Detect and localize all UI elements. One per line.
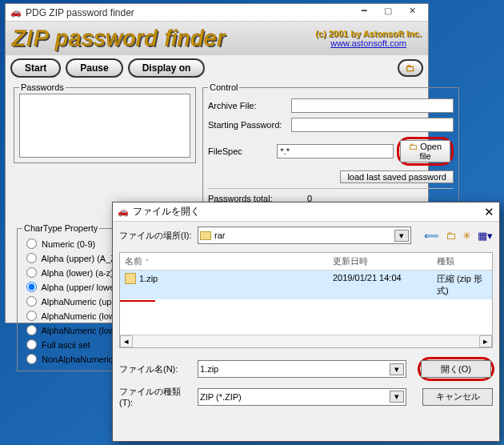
- open-folder-icon: 🗀: [409, 142, 418, 151]
- folder-round-button[interactable]: 🗀: [398, 59, 423, 77]
- col-type[interactable]: 種類: [432, 253, 492, 270]
- control-legend: Control: [208, 82, 239, 92]
- main-toolbar: Start Pause Display on 🗀: [6, 55, 428, 81]
- open-file-button[interactable]: 🗀 Open file: [400, 140, 450, 162]
- lookin-value: rar: [214, 231, 225, 240]
- filename-label: ファイル名(N):: [119, 363, 193, 375]
- website-link[interactable]: www.astonsoft.com: [315, 38, 422, 48]
- item-type: 圧縮 (zip 形式): [432, 271, 492, 299]
- passwords-list[interactable]: [19, 94, 190, 158]
- dialog-close-button[interactable]: ✕: [484, 205, 494, 219]
- lookin-label: ファイルの場所(I):: [119, 230, 193, 242]
- sort-caret-icon: ˄: [146, 259, 149, 266]
- close-button[interactable]: ✕: [401, 6, 423, 20]
- car-icon: 🚗: [118, 206, 129, 217]
- minimize-button[interactable]: ━: [353, 6, 375, 20]
- archive-file-label: Archive File:: [208, 101, 288, 110]
- car-icon: 🚗: [10, 7, 22, 18]
- zip-file-icon: [125, 273, 136, 284]
- file-list[interactable]: 名前˄ 更新日時 種類 1.zip 2019/01/21 14:04 圧縮 (z…: [119, 252, 493, 348]
- copyright-text: (c) 2001 by Astonsoft Inc.: [315, 29, 422, 38]
- highlight-openfile: 🗀 Open file: [397, 137, 454, 166]
- highlight-open: 開く(O): [418, 357, 494, 381]
- start-button[interactable]: Start: [10, 58, 61, 78]
- chartype-radio[interactable]: [26, 253, 37, 263]
- cancel-button[interactable]: キャンセル: [422, 388, 493, 406]
- pause-button[interactable]: Pause: [66, 58, 122, 78]
- chartype-radio[interactable]: [26, 296, 37, 307]
- chevron-down-icon[interactable]: ▾: [390, 363, 404, 375]
- app-logo: ZIP password finder: [12, 26, 226, 51]
- passwords-legend: Passwords: [19, 82, 66, 92]
- lookin-combo[interactable]: rar ▾: [198, 227, 411, 244]
- titlebar[interactable]: 🚗 PDG ZIP password finder ━ ▢ ✕: [6, 4, 428, 22]
- chartype-radio[interactable]: [26, 239, 37, 249]
- chartype-radio[interactable]: [26, 354, 37, 364]
- col-date[interactable]: 更新日時: [328, 253, 432, 270]
- chartype-radio[interactable]: [26, 339, 37, 350]
- open-button[interactable]: 開く(O): [421, 360, 491, 378]
- col-name[interactable]: 名前: [125, 256, 142, 266]
- list-item[interactable]: 1.zip 2019/01/21 14:04 圧縮 (zip 形式): [120, 271, 492, 299]
- banner: ZIP password finder (c) 2001 by Astonsof…: [6, 22, 428, 55]
- scroll-left-icon[interactable]: ◂: [120, 335, 133, 347]
- filename-input[interactable]: 1.zip ▾: [198, 360, 406, 378]
- file-list-header[interactable]: 名前˄ 更新日時 種類: [120, 253, 492, 271]
- load-last-button[interactable]: load last saved password: [340, 170, 454, 183]
- chartype-legend: CharType Property: [22, 223, 99, 233]
- control-group: Control Archive File: Starting Password:…: [202, 82, 459, 214]
- filetype-label: ファイルの種類(T):: [119, 386, 193, 407]
- filetype-combo[interactable]: ZIP (*.ZIP) ▾: [198, 388, 406, 406]
- dialog-title: ファイルを開く: [133, 205, 200, 218]
- item-date: 2019/01/21 14:04: [328, 271, 432, 299]
- new-folder-icon[interactable]: ✳: [462, 230, 471, 242]
- up-folder-icon[interactable]: 🗀: [446, 230, 456, 242]
- back-icon[interactable]: ⟸: [424, 230, 439, 242]
- chartype-radio[interactable]: [26, 267, 37, 278]
- maximize-button[interactable]: ▢: [377, 6, 399, 20]
- chevron-down-icon[interactable]: ▾: [390, 391, 404, 403]
- item-name: 1.zip: [139, 274, 158, 283]
- chartype-radio[interactable]: [26, 282, 37, 292]
- file-open-dialog: 🚗 ファイルを開く ✕ ファイルの場所(I): rar ▾ ⟸ 🗀 ✳ ▦▾ 名…: [112, 202, 500, 442]
- folder-icon: 🗀: [406, 62, 415, 74]
- starting-password-label: Starting Password:: [208, 120, 288, 130]
- archive-file-input[interactable]: [291, 98, 454, 113]
- folder-icon: [200, 231, 211, 240]
- view-menu-icon[interactable]: ▦▾: [478, 230, 493, 242]
- chevron-down-icon[interactable]: ▾: [394, 230, 409, 242]
- passwords-group: Passwords: [14, 82, 196, 163]
- filespec-label: FileSpec: [208, 146, 274, 156]
- starting-password-input[interactable]: [291, 118, 454, 132]
- filespec-input[interactable]: [277, 144, 394, 158]
- chartype-radio[interactable]: [26, 325, 37, 335]
- scroll-right-icon[interactable]: ▸: [479, 335, 492, 347]
- display-button[interactable]: Display on: [128, 58, 206, 78]
- hscrollbar[interactable]: ◂ ▸: [120, 335, 492, 347]
- window-title: PDG ZIP password finder: [26, 7, 351, 18]
- dialog-titlebar[interactable]: 🚗 ファイルを開く ✕: [113, 202, 499, 222]
- chartype-radio[interactable]: [26, 311, 37, 321]
